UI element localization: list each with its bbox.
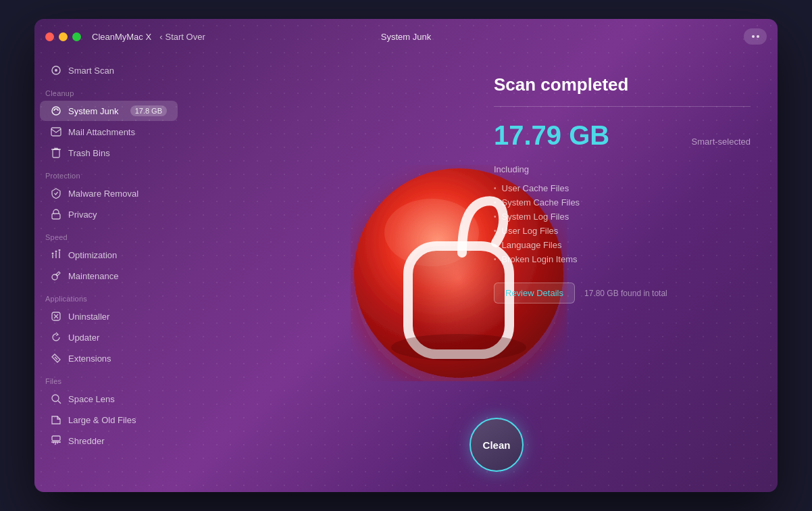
svg-point-1	[55, 69, 57, 72]
malware-removal-label: Malware Removal	[68, 189, 138, 199]
section-applications: Applications	[34, 287, 183, 306]
sidebar-item-shredder[interactable]: Shredder	[40, 431, 178, 451]
file-list: User Cache Files System Cache Files Syst…	[494, 181, 751, 266]
uninstaller-icon	[51, 311, 61, 322]
svg-point-12	[52, 274, 57, 280]
svg-point-9	[52, 253, 54, 255]
scan-completed-title: Scan completed	[494, 74, 751, 95]
sidebar-item-system-junk[interactable]: System Junk 17.8 GB	[40, 101, 178, 121]
sidebar: Smart Scan Cleanup System Junk 17.8 GB	[34, 54, 183, 492]
start-over-label: Start Over	[165, 32, 205, 42]
svg-point-10	[55, 251, 57, 253]
maintenance-label: Maintenance	[68, 271, 118, 281]
uninstaller-label: Uninstaller	[68, 312, 109, 322]
privacy-icon	[51, 209, 61, 220]
svg-point-19	[391, 334, 526, 361]
svg-rect-5	[52, 214, 60, 219]
mail-attachments-label: Mail Attachments	[68, 127, 135, 137]
list-item: User Cache Files	[494, 181, 751, 195]
section-files: Files	[34, 369, 183, 388]
trash-bins-label: Trash Bins	[68, 148, 110, 158]
smart-scan-icon	[51, 65, 61, 76]
trash-icon	[51, 147, 61, 158]
sidebar-item-malware-removal[interactable]: Malware Removal	[40, 183, 178, 203]
list-item: Language Files	[494, 238, 751, 252]
sidebar-item-large-old-files[interactable]: Large & Old Files	[40, 410, 178, 430]
updater-label: Updater	[68, 333, 99, 343]
svg-point-11	[59, 249, 61, 251]
sidebar-item-privacy[interactable]: Privacy	[40, 204, 178, 224]
system-junk-badge: 17.8 GB	[130, 105, 167, 116]
shredder-label: Shredder	[68, 436, 104, 446]
updater-icon	[51, 332, 61, 343]
svg-rect-4	[53, 149, 59, 157]
sidebar-item-smart-scan[interactable]: Smart Scan	[40, 60, 178, 80]
large-old-files-label: Large & Old Files	[68, 415, 136, 425]
titlebar: CleanMyMac X ‹ Start Over System Junk	[34, 19, 778, 54]
list-item: System Cache Files	[494, 195, 751, 210]
review-row: Review Details 17.80 GB found in total	[494, 283, 751, 303]
sidebar-item-maintenance[interactable]: Maintenance	[40, 266, 178, 286]
malware-icon	[51, 188, 61, 199]
found-total-label: 17.80 GB found in total	[584, 289, 667, 298]
space-lens-icon	[51, 393, 61, 404]
menu-dots-button[interactable]	[744, 28, 767, 45]
clean-button[interactable]: Clean	[470, 418, 524, 472]
main-content: Scan completed 17.79 GB Smart-selected I…	[183, 54, 778, 492]
sidebar-item-trash-bins[interactable]: Trash Bins	[40, 143, 178, 163]
svg-rect-15	[52, 436, 60, 441]
maximize-button[interactable]	[72, 32, 81, 41]
space-lens-label: Space Lens	[68, 394, 115, 404]
svg-point-2	[52, 107, 60, 115]
smart-scan-label: Smart Scan	[68, 66, 114, 76]
sidebar-item-space-lens[interactable]: Space Lens	[40, 389, 178, 409]
shredder-icon	[51, 435, 61, 446]
extensions-label: Extensions	[68, 354, 111, 364]
large-files-icon	[51, 414, 61, 425]
list-item: User Log Files	[494, 224, 751, 238]
optimization-label: Optimization	[68, 250, 117, 260]
close-button[interactable]	[45, 32, 54, 41]
svg-point-14	[52, 395, 59, 402]
extensions-icon	[51, 353, 61, 364]
divider	[494, 106, 751, 107]
svg-rect-3	[51, 128, 61, 136]
chevron-left-icon: ‹	[159, 32, 162, 42]
section-protection: Protection	[34, 164, 183, 182]
content-area: Smart Scan Cleanup System Junk 17.8 GB	[34, 54, 778, 492]
optimization-icon	[51, 249, 61, 260]
main-window: CleanMyMac X ‹ Start Over System Junk Sm…	[34, 19, 778, 492]
dot-2	[757, 35, 759, 38]
sidebar-item-optimization[interactable]: Optimization	[40, 245, 178, 265]
minimize-button[interactable]	[59, 32, 68, 41]
sidebar-item-updater[interactable]: Updater	[40, 327, 178, 347]
system-junk-icon	[51, 105, 61, 116]
sidebar-item-uninstaller[interactable]: Uninstaller	[40, 306, 178, 326]
clean-button-container: Clean	[470, 418, 524, 472]
section-cleanup: Cleanup	[34, 81, 183, 100]
sidebar-item-mail-attachments[interactable]: Mail Attachments	[40, 122, 178, 142]
list-item: System Log Files	[494, 210, 751, 224]
maintenance-icon	[51, 270, 61, 281]
section-speed: Speed	[34, 225, 183, 244]
dot-1	[752, 35, 755, 38]
including-label: Including	[494, 164, 751, 174]
traffic-lights	[45, 32, 81, 41]
privacy-label: Privacy	[68, 210, 97, 220]
window-title: System Junk	[381, 32, 431, 42]
right-panel: Scan completed 17.79 GB Smart-selected I…	[494, 74, 751, 303]
size-value: 17.79 GB	[494, 120, 609, 151]
size-row: 17.79 GB Smart-selected	[494, 120, 751, 151]
list-item: Broken Login Items	[494, 252, 751, 266]
app-title: CleanMyMac X	[92, 32, 151, 42]
mail-icon	[51, 126, 61, 137]
system-junk-label: System Junk	[68, 106, 118, 116]
smart-selected-label: Smart-selected	[692, 137, 751, 147]
review-details-button[interactable]: Review Details	[494, 283, 575, 303]
sidebar-item-extensions[interactable]: Extensions	[40, 348, 178, 368]
start-over-button[interactable]: ‹ Start Over	[159, 32, 205, 42]
